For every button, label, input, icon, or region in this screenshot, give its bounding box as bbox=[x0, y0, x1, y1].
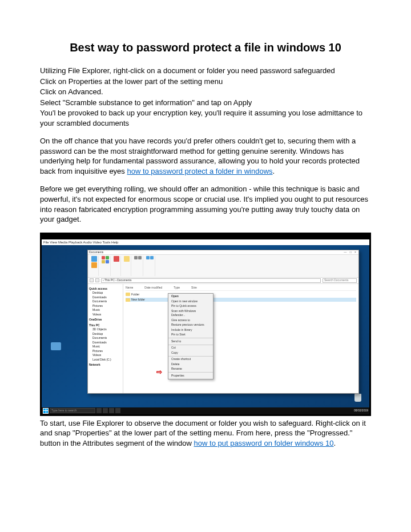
context-menu-item: Open in new window bbox=[168, 299, 213, 304]
context-menu: OpenOpen in new windowPin to Quick acces… bbox=[168, 293, 213, 379]
step-line: Select "Scramble substance to get inform… bbox=[40, 98, 371, 108]
folder-row-selected: New folder bbox=[126, 298, 356, 302]
context-menu-item: Pin to Quick access bbox=[168, 304, 213, 309]
desktop-folder-icon bbox=[51, 342, 61, 350]
address-box: › This PC › Documents bbox=[101, 278, 321, 283]
folder-row: Folder bbox=[126, 293, 356, 297]
windows-desktop: Documents — □ × › This PC › Documents Se… bbox=[42, 245, 369, 414]
folder-icon bbox=[126, 298, 130, 302]
paragraph: To start, use File Explorer to observe t… bbox=[40, 418, 371, 449]
start-button-icon bbox=[43, 408, 49, 414]
context-menu-item bbox=[168, 372, 213, 373]
windows-taskbar: Type here to search 08/02/2019 bbox=[42, 407, 369, 414]
context-menu-item: Rename bbox=[168, 367, 213, 372]
step-line: Click on Advanced. bbox=[40, 87, 371, 97]
explorer-ribbon bbox=[88, 255, 358, 278]
context-menu-item: Cut bbox=[168, 346, 213, 351]
step-line: Click on Properties at the lower part of… bbox=[40, 77, 371, 87]
taskbar-clock: 08/02/2019 bbox=[354, 409, 368, 413]
paragraph: On the off chance that you have records … bbox=[40, 136, 371, 176]
context-menu-item bbox=[168, 345, 213, 345]
text-run: . bbox=[334, 439, 336, 447]
link-put-password[interactable]: how to put password on folder windows 10 bbox=[194, 439, 334, 447]
explorer-search: Search Documents bbox=[323, 278, 357, 283]
context-menu-item: Send to bbox=[168, 339, 213, 344]
red-arrow-annotation: ⇨ bbox=[156, 367, 162, 377]
explorer-address-bar: › This PC › Documents Search Documents bbox=[88, 278, 358, 284]
window-controls: — □ × bbox=[344, 250, 357, 254]
context-menu-item: Include in library bbox=[168, 327, 213, 333]
explorer-sidebar: Quick access Desktop Downloads Documents… bbox=[88, 284, 123, 393]
nav-back-icon bbox=[90, 278, 94, 282]
nav-fwd-icon bbox=[95, 278, 99, 282]
context-menu-item: Pin to Start bbox=[168, 333, 213, 338]
context-menu-item: Copy bbox=[168, 350, 213, 355]
taskbar-app-icon bbox=[103, 408, 108, 413]
context-menu-item bbox=[168, 338, 213, 338]
player-menubar: File View Media Playback Audio Video Too… bbox=[42, 239, 369, 245]
file-explorer-window: Documents — □ × › This PC › Documents Se… bbox=[87, 250, 359, 394]
paragraph: Before we get everything rolling, we sho… bbox=[40, 184, 371, 224]
context-menu-item: Restore previous versions bbox=[168, 323, 213, 328]
context-menu-item: Give access to bbox=[168, 318, 213, 323]
context-menu-item: Open bbox=[168, 294, 213, 299]
explorer-content: Name Date modified Type Size Folder New … bbox=[123, 284, 358, 393]
intro-steps: Utilizing File Explorer, right-click on … bbox=[40, 66, 371, 128]
recycle-bin-icon bbox=[354, 394, 361, 402]
context-menu-item: Delete bbox=[168, 362, 213, 367]
step-line: You'l be provoked to back up your encryp… bbox=[40, 108, 371, 128]
taskbar-app-icon bbox=[115, 408, 120, 413]
context-menu-item: Scan with Windows Defender... bbox=[168, 309, 213, 318]
context-menu-item: Create shortcut bbox=[168, 357, 213, 362]
step-line: Utilizing File Explorer, right-click on … bbox=[40, 66, 371, 76]
explorer-titlebar: Documents — □ × bbox=[88, 250, 358, 255]
text-run: . bbox=[273, 167, 275, 175]
link-protect-folder[interactable]: how to password protect a folder in wind… bbox=[127, 167, 272, 175]
screenshot-figure: File View Media Playback Audio Video Too… bbox=[40, 233, 371, 416]
taskbar-app-icon bbox=[96, 408, 102, 413]
taskbar-app-icon bbox=[109, 408, 114, 413]
context-menu-item bbox=[168, 356, 213, 357]
page-title: Best way to password protect a file in w… bbox=[40, 40, 371, 55]
explorer-title-text: Documents bbox=[89, 250, 103, 254]
taskbar-search: Type here to search bbox=[50, 408, 95, 413]
context-menu-item: Properties bbox=[168, 373, 213, 378]
folder-icon bbox=[126, 293, 130, 296]
